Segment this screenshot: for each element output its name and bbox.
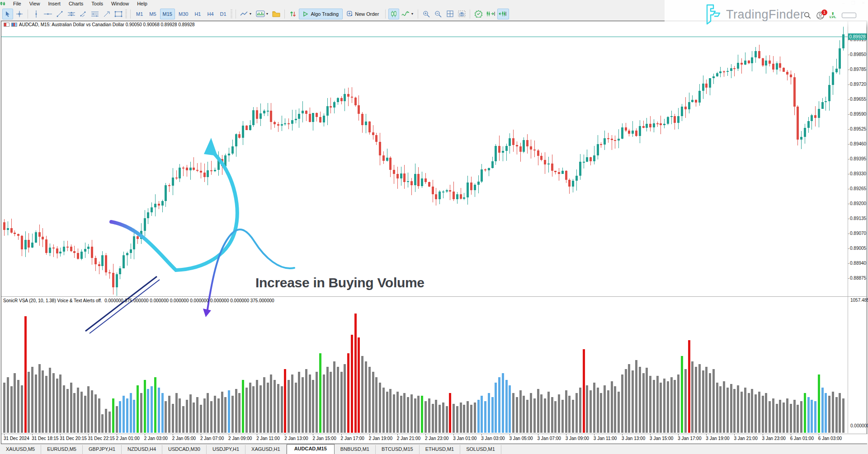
volume-bar[interactable]	[207, 393, 209, 433]
volume-bar[interactable]	[375, 377, 377, 433]
candle[interactable]	[130, 249, 132, 253]
candle[interactable]	[523, 140, 525, 151]
candle[interactable]	[684, 107, 687, 110]
volume-bar[interactable]	[372, 372, 374, 433]
candle[interactable]	[379, 142, 381, 155]
candle[interactable]	[632, 131, 634, 133]
tab-xauusd-m5[interactable]: XAUUSD,M5	[0, 445, 41, 454]
volume-bar[interactable]	[670, 377, 673, 433]
volume-bar[interactable]	[161, 393, 164, 433]
volume-bar[interactable]	[649, 376, 651, 433]
candle[interactable]	[84, 249, 86, 252]
volume-bar[interactable]	[797, 405, 799, 433]
candle[interactable]	[140, 231, 142, 239]
candle[interactable]	[835, 69, 838, 72]
candle[interactable]	[765, 61, 767, 66]
candle[interactable]	[540, 156, 542, 160]
candle[interactable]	[705, 84, 708, 88]
indicators-button[interactable]: ▼	[255, 9, 270, 19]
candle[interactable]	[270, 111, 272, 122]
candle[interactable]	[811, 115, 813, 121]
candle[interactable]	[733, 68, 736, 69]
candle[interactable]	[751, 57, 753, 63]
candle[interactable]	[386, 158, 388, 161]
candle[interactable]	[502, 151, 504, 153]
volume-bar[interactable]	[769, 401, 771, 433]
volume-bar[interactable]	[21, 385, 23, 433]
volume-bar[interactable]	[765, 393, 767, 433]
candle[interactable]	[221, 159, 223, 166]
candle[interactable]	[642, 126, 645, 128]
volume-bar[interactable]	[196, 397, 198, 433]
candle[interactable]	[281, 124, 283, 126]
candle[interactable]	[481, 169, 483, 182]
volume-bar[interactable]	[470, 405, 472, 433]
volume-bar[interactable]	[625, 369, 627, 433]
volume-bar[interactable]	[526, 400, 528, 433]
candle[interactable]	[821, 102, 824, 109]
volume-bar[interactable]	[618, 392, 620, 433]
candle[interactable]	[291, 120, 293, 124]
timeframe-m30[interactable]: M30	[176, 9, 191, 19]
candle[interactable]	[214, 170, 216, 171]
close-button[interactable]: ✕	[862, 0, 865, 6]
candle[interactable]	[217, 159, 220, 170]
timeframe-m1[interactable]: M1	[133, 9, 146, 19]
volume-bar[interactable]	[772, 398, 774, 433]
candle[interactable]	[730, 68, 732, 70]
candle[interactable]	[312, 113, 314, 122]
candle[interactable]	[604, 138, 606, 145]
candle[interactable]	[154, 204, 156, 207]
timeframe-d1[interactable]: D1	[217, 9, 229, 19]
candle[interactable]	[245, 126, 248, 130]
volume-bar[interactable]	[326, 367, 329, 433]
volume-bar[interactable]	[168, 396, 170, 433]
candle[interactable]	[224, 155, 226, 166]
strategy-tester-button[interactable]	[473, 9, 484, 19]
volume-bar[interactable]	[733, 389, 736, 433]
candle[interactable]	[639, 126, 641, 136]
volume-bar[interactable]	[660, 383, 662, 433]
candle[interactable]	[137, 236, 139, 239]
candle[interactable]	[561, 171, 564, 174]
volume-bar[interactable]	[519, 390, 522, 433]
volume-bar[interactable]	[779, 400, 781, 433]
volume-bar[interactable]	[453, 404, 455, 433]
candle[interactable]	[428, 182, 430, 187]
candle[interactable]	[656, 123, 659, 124]
volume-bar[interactable]	[24, 316, 27, 433]
candle[interactable]	[389, 158, 392, 170]
volume-bar[interactable]	[614, 386, 616, 433]
volume-bar[interactable]	[63, 385, 65, 433]
candle[interactable]	[56, 248, 58, 254]
volume-bar[interactable]	[414, 398, 416, 433]
chart-type-line-button[interactable]: ▼	[239, 9, 254, 19]
candle[interactable]	[133, 236, 135, 249]
volume-bar[interactable]	[193, 403, 195, 433]
volume-bar[interactable]	[267, 383, 269, 433]
candle[interactable]	[17, 234, 19, 236]
candle[interactable]	[252, 110, 255, 125]
volume-bar[interactable]	[221, 392, 223, 433]
candle[interactable]	[396, 174, 399, 178]
volume-bar[interactable]	[17, 380, 19, 433]
volume-bar[interactable]	[238, 393, 241, 433]
volume-bar[interactable]	[568, 396, 571, 433]
volume-bar[interactable]	[821, 388, 824, 433]
volume-bar[interactable]	[491, 397, 494, 433]
timeframe-h1[interactable]: H1	[192, 9, 203, 19]
candle[interactable]	[628, 131, 630, 134]
volume-bar[interactable]	[505, 380, 508, 433]
candle[interactable]	[832, 72, 834, 85]
candle[interactable]	[818, 109, 820, 118]
candle[interactable]	[554, 171, 557, 172]
volume-bar[interactable]	[108, 412, 111, 433]
volume-bar[interactable]	[737, 385, 739, 433]
candle[interactable]	[52, 248, 55, 248]
volume-bar[interactable]	[762, 396, 764, 433]
candle[interactable]	[263, 111, 265, 113]
candle[interactable]	[772, 64, 774, 69]
volume-bar[interactable]	[393, 394, 395, 433]
volume-bar[interactable]	[182, 406, 184, 433]
volume-bar[interactable]	[677, 374, 679, 433]
